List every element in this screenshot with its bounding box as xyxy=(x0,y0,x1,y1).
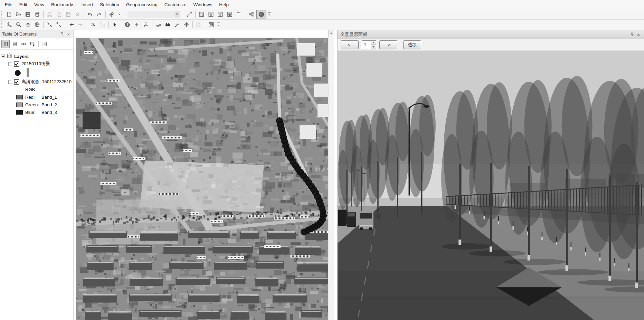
catalog-window-button[interactable] xyxy=(207,10,215,19)
menu-windows[interactable]: Windows xyxy=(190,1,216,8)
band-name-label: Band_1 xyxy=(41,95,57,100)
select-features-button[interactable] xyxy=(89,20,97,29)
panorama-pin-button[interactable] xyxy=(629,32,635,37)
menu-bookmarks[interactable]: Bookmarks xyxy=(48,1,78,8)
toolbar-grip[interactable] xyxy=(1,21,3,28)
toolbar-overflow-button[interactable] xyxy=(268,12,271,17)
collapse-icon[interactable] xyxy=(8,80,12,84)
collapse-icon[interactable] xyxy=(8,62,12,66)
layers-root-label[interactable]: Layers xyxy=(14,54,29,59)
toolbar-separator xyxy=(121,21,121,28)
zoom-in-button[interactable] xyxy=(5,20,13,29)
menu-customize[interactable]: Customize xyxy=(161,1,190,8)
layer-row-streetview[interactable]: 20150110街景 xyxy=(1,60,73,68)
search-window-button[interactable] xyxy=(216,10,225,19)
toc-close-button[interactable]: × xyxy=(66,32,71,37)
layer-row-raster[interactable]: 高清混合_150112232510 xyxy=(1,78,73,86)
circle-tool-button[interactable] xyxy=(256,10,266,19)
full-extent-button[interactable] xyxy=(33,20,41,29)
scroll-up-button[interactable] xyxy=(329,30,334,36)
layer-symbol-row[interactable] xyxy=(1,68,73,78)
menu-file[interactable]: File xyxy=(1,1,16,8)
panorama-index-value[interactable]: 1 xyxy=(362,41,371,49)
panorama-options-button[interactable]: 选项 xyxy=(403,40,421,49)
go-to-xy-button[interactable] xyxy=(182,20,191,29)
point-symbol[interactable] xyxy=(15,70,21,76)
street-view-image[interactable] xyxy=(338,51,644,320)
spinner-down-button[interactable] xyxy=(371,45,376,49)
model-builder-button[interactable] xyxy=(247,10,256,19)
list-by-source-button[interactable] xyxy=(10,40,19,48)
layer-visibility-checkbox[interactable] xyxy=(14,61,19,67)
red-band-swatch[interactable] xyxy=(16,95,23,99)
street-view-rendering xyxy=(338,51,644,320)
identify-button[interactable] xyxy=(123,20,132,29)
panorama-close-button[interactable]: × xyxy=(636,32,641,37)
back-button[interactable] xyxy=(67,20,76,29)
list-by-visibility-button[interactable] xyxy=(19,40,28,48)
blue-band-swatch[interactable] xyxy=(16,110,23,115)
toc-window-button[interactable] xyxy=(197,10,206,19)
select-elements-button[interactable] xyxy=(111,20,119,29)
redo-button[interactable] xyxy=(95,10,104,19)
measure-icon xyxy=(155,22,161,28)
menu-help[interactable]: Help xyxy=(216,1,232,8)
add-data-dropdown-button[interactable] xyxy=(117,10,122,19)
hyperlink-button[interactable] xyxy=(132,20,141,29)
open-button[interactable] xyxy=(14,10,23,19)
toc-pin-button[interactable] xyxy=(59,32,65,37)
next-panorama-button[interactable]: -> xyxy=(379,40,397,49)
editor-sketch-button[interactable] xyxy=(185,10,193,19)
list-by-drawing-order-button[interactable] xyxy=(1,40,10,48)
dashed-window-button[interactable] xyxy=(235,10,243,19)
panorama-index-spinner[interactable]: 1 xyxy=(362,40,376,49)
find-route-button[interactable] xyxy=(173,20,181,29)
print-button[interactable] xyxy=(33,10,41,19)
bar-symbol[interactable] xyxy=(27,68,29,77)
panel-gap xyxy=(334,30,337,320)
fixed-zoom-in-button[interactable] xyxy=(45,20,54,29)
menu-view[interactable]: View xyxy=(31,1,48,8)
band-channel-label: Blue: xyxy=(25,110,41,115)
viewer-window-button[interactable] xyxy=(207,20,216,29)
map-canvas[interactable] xyxy=(76,38,329,320)
html-popup-button[interactable] xyxy=(142,20,150,29)
undo-button[interactable] xyxy=(86,10,94,19)
toc-root-row[interactable]: Layers xyxy=(1,52,73,60)
paste-button xyxy=(64,10,73,19)
pan-button[interactable] xyxy=(23,20,32,29)
map-vertical-scrollbar[interactable] xyxy=(328,30,334,320)
spinner-up-button[interactable] xyxy=(371,41,376,45)
rgb-composite-label: RGB xyxy=(25,87,35,92)
menu-edit[interactable]: Edit xyxy=(16,1,31,8)
list-by-selection-button[interactable] xyxy=(28,40,37,48)
layer-label[interactable]: 20150110街景 xyxy=(21,61,50,67)
select-features-icon xyxy=(90,22,96,28)
layer-label[interactable]: 高清混合_150112232510 xyxy=(21,79,72,85)
add-data-button[interactable] xyxy=(107,10,116,19)
previous-panorama-button[interactable]: <- xyxy=(341,40,359,49)
menu-geoprocessing[interactable]: Geoprocessing xyxy=(123,1,161,8)
toolbar-separator xyxy=(124,11,124,18)
zoom-out-button[interactable] xyxy=(14,20,23,29)
globe-window-button[interactable] xyxy=(225,10,234,19)
toolbar-separator xyxy=(65,21,65,28)
measure-button[interactable] xyxy=(154,20,163,29)
menu-insert[interactable]: Insert xyxy=(78,1,97,8)
save-button[interactable] xyxy=(23,10,32,19)
collapse-icon[interactable] xyxy=(1,55,5,58)
fixed-zoom-out-button[interactable] xyxy=(55,20,63,29)
list-by-selection-icon xyxy=(30,41,36,47)
menu-selection[interactable]: Selection xyxy=(96,1,123,8)
toc-options-button[interactable] xyxy=(40,40,49,48)
map-scale-combobox[interactable] xyxy=(127,11,180,18)
green-band-swatch[interactable] xyxy=(16,103,23,107)
search-window-icon xyxy=(217,11,223,17)
layer-visibility-checkbox[interactable] xyxy=(14,79,19,85)
find-button[interactable] xyxy=(163,20,172,29)
band-channel-label: Red: xyxy=(25,95,41,100)
new-button[interactable] xyxy=(5,10,13,19)
toolbar-overflow-button[interactable] xyxy=(217,22,220,27)
combobox-dropdown-button[interactable] xyxy=(174,11,180,18)
toolbar-grip[interactable] xyxy=(1,11,3,18)
